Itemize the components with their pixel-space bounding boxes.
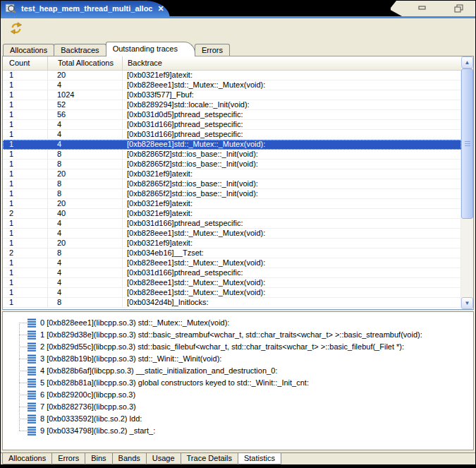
- bottom-tab-bands[interactable]: Bands: [112, 453, 147, 464]
- cell-backtrace: [0xb828eee1]std::_Mutex::_Mutex(void):: [123, 258, 461, 268]
- table-row[interactable]: 14[0xb828eee1]std::_Mutex::_Mutex(void):: [3, 140, 461, 150]
- backtrace-frame-item[interactable]: 6 [0xb829200c](libcpp.so.3): [3, 389, 473, 401]
- vertical-scrollbar[interactable]: ▲ ▼: [461, 56, 473, 309]
- backtrace-frame-item[interactable]: 4 [0xb828b6af](libcpp.so.3) __static_ini…: [3, 365, 473, 377]
- bottom-tab-errors[interactable]: Errors: [51, 453, 85, 464]
- table-row[interactable]: 120[0xb0321ef9]atexit:: [3, 239, 461, 248]
- cell-backtrace: [0xb82865f2]std::ios_base::_Init(void):: [123, 160, 461, 169]
- tab-backtraces[interactable]: Backtraces: [54, 44, 106, 56]
- table-row[interactable]: 14[0xb828eee1]std::_Mutex::_Mutex(void):: [3, 258, 461, 268]
- table-row[interactable]: 18[0xb82865f2]std::ios_base::_Init(void)…: [3, 150, 461, 160]
- stack-frames-icon: [28, 354, 36, 364]
- tab-outstanding-traces[interactable]: Outstanding traces: [106, 42, 195, 56]
- table-row[interactable]: 14[0xb031d166]pthread_setspecific:: [3, 120, 461, 130]
- cell-count: 1: [3, 140, 48, 150]
- memory-analysis-icon: [5, 3, 16, 14]
- backtrace-frame-item[interactable]: 8 [0xb0333592](libc.so.2) ldd:: [3, 413, 473, 425]
- backtrace-frame-item[interactable]: 9 [0xb0334798](libc.so.2) _start_:: [3, 425, 473, 437]
- cell-count: 2: [3, 209, 48, 219]
- table-row[interactable]: 18[0xb82865f2]std::ios_base::_Init(void)…: [3, 179, 461, 189]
- stack-frames-icon: [28, 414, 36, 424]
- table-row[interactable]: 18[0xb82865f2]std::ios_base::_Init(void)…: [3, 189, 461, 199]
- cell-count: 1: [3, 90, 48, 100]
- table-row[interactable]: 18[0xb0342d4b]_Initlocks:: [3, 298, 461, 308]
- table-row[interactable]: 120[0xb0321ef9]atexit:: [3, 169, 461, 179]
- table-row[interactable]: 14[0xb828eee1]std::_Mutex::_Mutex(void):: [3, 80, 461, 90]
- backtrace-frame-item[interactable]: 7 [0xb8282736](libcpp.so.3): [3, 401, 473, 413]
- cell-backtrace: [0xb031d166]pthread_setspecific:: [123, 130, 461, 140]
- table-row[interactable]: 14[0xb031d166]pthread_setspecific:: [3, 130, 461, 140]
- backtrace-frame-item[interactable]: 0 [0xb828eee1](libcpp.so.3) std::_Mutex:…: [3, 317, 473, 329]
- cell-total-allocations: 4: [48, 219, 123, 229]
- cell-count: 1: [3, 169, 48, 179]
- cell-backtrace: [0xb8289294]std::locale::_Init(void):: [123, 100, 461, 110]
- refresh-button[interactable]: [7, 20, 25, 39]
- bottom-frame: [1, 464, 475, 467]
- table-row[interactable]: 240[0xb0321ef9]atexit:: [3, 209, 461, 219]
- cell-total-allocations: 8: [48, 160, 123, 169]
- cell-backtrace: [0xb031d0d5]pthread_setspecific:: [123, 110, 461, 120]
- table-row[interactable]: 14[0xb828eee1]std::_Mutex::_Mutex(void):: [3, 278, 461, 288]
- bottom-tab-statistics[interactable]: Statistics: [238, 453, 281, 464]
- cell-backtrace: [0xb82865f2]std::ios_base::_Init(void):: [123, 150, 461, 160]
- backtrace-frame-item[interactable]: 3 [0xb828b19b](libcpp.so.3) std::_Winit:…: [3, 353, 473, 365]
- bottom-tab-usage[interactable]: Usage: [146, 453, 181, 464]
- stack-frames-icon: [28, 318, 36, 328]
- bottom-tab-bins[interactable]: Bins: [85, 453, 112, 464]
- close-icon[interactable]: ✕: [157, 4, 164, 13]
- stack-frames-icon: [28, 330, 36, 340]
- table-row[interactable]: 14[0xb031d166]pthread_setspecific:: [3, 268, 461, 278]
- backtrace-frame-item[interactable]: 2 [0xb829d55c](libcpp.so.3) std::basic_f…: [3, 341, 473, 353]
- table-row[interactable]: 18[0xb82865f2]std::ios_base::_Init(void)…: [3, 160, 461, 169]
- column-header-backtrace[interactable]: Backtrace: [123, 56, 461, 70]
- bottom-tab-trace-details[interactable]: Trace Details: [181, 453, 238, 464]
- cell-count: 1: [3, 278, 48, 288]
- table-row[interactable]: 120[0xb0321ef9]atexit:: [3, 71, 461, 80]
- cell-total-allocations: 8: [48, 298, 123, 308]
- cell-count: 1: [3, 71, 48, 80]
- table-row[interactable]: 14[0xb828eee1]std::_Mutex::_Mutex(void):: [3, 288, 461, 298]
- cell-backtrace: [0xb034eb16]__Tzset:: [123, 248, 461, 258]
- tab-errors[interactable]: Errors: [195, 44, 230, 56]
- table-row[interactable]: 14[0xb031d166]pthread_setspecific:: [3, 219, 461, 229]
- cell-count: 1: [3, 150, 48, 160]
- backtrace-frame-label: 5 [0xb828b81a](libcpp.so.3) global const…: [40, 378, 309, 387]
- table-row[interactable]: 156[0xb031d0d5]pthread_setspecific:: [3, 110, 461, 120]
- table-row[interactable]: 14[0xb828eee1]std::_Mutex::_Mutex(void):: [3, 229, 461, 239]
- backtrace-frame-label: 3 [0xb828b19b](libcpp.so.3) std::_Winit:…: [40, 354, 221, 363]
- outstanding-traces-table: CountTotal AllocationsBacktrace 120[0xb0…: [2, 56, 474, 310]
- cell-backtrace: [0xb828eee1]std::_Mutex::_Mutex(void):: [123, 140, 461, 150]
- scrollbar-thumb[interactable]: [461, 68, 473, 219]
- cell-backtrace: [0xb0321ef9]atexit:: [123, 199, 461, 209]
- backtrace-frame-item[interactable]: 5 [0xb828b81a](libcpp.so.3) global const…: [3, 377, 473, 389]
- table-row[interactable]: 152[0xb8289294]std::locale::_Init(void):: [3, 100, 461, 110]
- view-tab[interactable]: test_heap_mem_thread_multi_alloc ✕: [1, 1, 170, 18]
- scroll-down-button[interactable]: ▼: [461, 297, 473, 309]
- minimize-button[interactable]: [417, 3, 427, 11]
- cell-total-allocations: 4: [48, 120, 123, 130]
- tab-allocations[interactable]: Allocations: [3, 44, 54, 56]
- cell-count: 1: [3, 160, 48, 169]
- cell-count: 1: [3, 219, 48, 229]
- backtrace-frame-item[interactable]: 1 [0xb829d38e](libcpp.so.3) std::basic_s…: [3, 329, 473, 341]
- column-header-total-allocations[interactable]: Total Allocations: [48, 56, 123, 70]
- cell-backtrace: [0xb0321ef9]atexit:: [123, 239, 461, 248]
- column-header-count[interactable]: Count: [3, 56, 48, 70]
- view-title: test_heap_mem_thread_multi_alloc: [21, 4, 152, 13]
- cell-total-allocations: 4: [48, 278, 123, 288]
- view-titlebar: test_heap_mem_thread_multi_alloc ✕: [1, 1, 475, 18]
- cell-total-allocations: 20: [48, 71, 123, 80]
- table-row[interactable]: 120[0xb0321ef9]atexit:: [3, 199, 461, 209]
- cell-total-allocations: 40: [48, 209, 123, 219]
- table-row[interactable]: 28[0xb034eb16]__Tzset:: [3, 248, 461, 258]
- scroll-up-button[interactable]: ▲: [461, 56, 473, 68]
- stack-frames-icon: [28, 342, 36, 352]
- cell-total-allocations: 4: [48, 140, 123, 150]
- table-row[interactable]: 11024[0xb033f577]_Fbuf:: [3, 90, 461, 100]
- maximize-button[interactable]: [454, 3, 464, 11]
- cell-total-allocations: 1024: [48, 90, 123, 100]
- backtrace-frame-label: 4 [0xb828b6af](libcpp.so.3) __static_ini…: [40, 366, 277, 375]
- cell-backtrace: [0xb031d166]pthread_setspecific:: [123, 120, 461, 130]
- backtrace-frame-label: 0 [0xb828eee1](libcpp.so.3) std::_Mutex:…: [40, 318, 229, 327]
- bottom-tab-allocations[interactable]: Allocations: [2, 453, 52, 464]
